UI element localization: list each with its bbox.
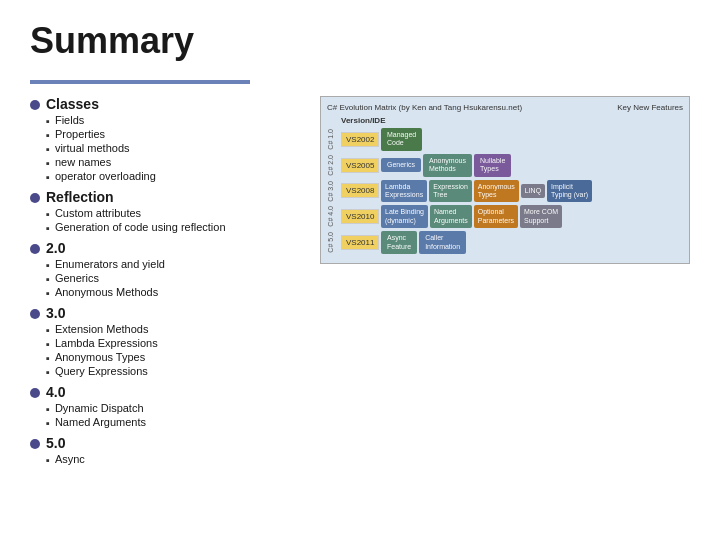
sub-label: Generation of code using reflection [55,221,226,233]
feature-box-nullable: NullableTypes [474,154,511,177]
main-bullet-v20: 2.0 [30,240,300,256]
chart-row-4: C# 4.0 VS2010 Late Binding(dynamic) Name… [327,205,683,228]
left-column: Classes ▪ Fields ▪ Properties ▪ virtual … [30,96,300,472]
feature-box-async: AsyncFeature [381,231,417,254]
feature-box-linq: LINQ [521,184,545,198]
section-v20: 2.0 ▪ Enumerators and yield ▪ Generics ▪… [30,240,300,299]
ver-label-5: C# 5.0 [327,232,339,253]
feature-box-generics: Generics [381,158,421,172]
accent-bar [30,80,250,84]
bullet-dot-v50 [30,439,40,449]
chart-title: C# Evolution Matrix (by Ken and Tang Hsu… [327,103,522,112]
classes-label: Classes [46,96,99,112]
custom-attributes-label: Custom attributes [55,207,141,219]
sub-label: new names [55,156,111,168]
chart-features-header [381,116,683,125]
chart-row-2: C# 2.0 VS2005 Generics AnonymousMethods … [327,154,683,177]
sub-label: Enumerators and yield [55,258,165,270]
ide-box-2: VS2005 [341,158,379,173]
feature-box-anon-types: AnonymousTypes [474,180,519,203]
list-item: ▪ Lambda Expressions [46,337,300,350]
feature-box-late-binding: Late Binding(dynamic) [381,205,428,228]
ver-label-4: C# 4.0 [327,206,339,227]
section-v50: 5.0 ▪ Async [30,435,300,466]
list-item: ▪ Enumerators and yield [46,258,300,271]
list-item: ▪ Named Arguments [46,416,300,429]
feature-box-expr-tree: ExpressionTree [429,180,472,203]
main-bullet-v40: 4.0 [30,384,300,400]
sub-label: Lambda Expressions [55,337,158,349]
reflection-subitems: ▪ Custom attributes ▪ Generation of code… [46,207,300,234]
sub-label: Anonymous Methods [55,286,158,298]
slide: Summary Classes ▪ Fields ▪ Properties [0,0,720,540]
bullet-dot-reflection [30,193,40,203]
sub-label: Fields [55,114,84,126]
section-v30: 3.0 ▪ Extension Methods ▪ Lambda Express… [30,305,300,378]
extension-methods-label: Extension Methods [55,323,149,335]
v50-subitems: ▪ Async [46,453,300,466]
async-label: Async [55,453,85,465]
evolution-chart: C# Evolution Matrix (by Ken and Tang Hsu… [320,96,690,264]
feature-box-com-support: More COMSupport [520,205,562,228]
list-item: ▪ operator overloading [46,170,300,183]
list-item: ▪ Anonymous Types [46,351,300,364]
right-column: C# Evolution Matrix (by Ken and Tang Hsu… [320,96,690,472]
feature-box-named-args: NamedArguments [430,205,472,228]
list-item: ▪ Generation of code using reflection [46,221,300,234]
reflection-label: Reflection [46,189,114,205]
bullet-dot-classes [30,100,40,110]
slide-title: Summary [30,20,690,62]
list-item: ▪ Properties [46,128,300,141]
v30-label: 3.0 [46,305,65,321]
feature-box-anon-methods: AnonymousMethods [423,154,472,177]
v20-subitems: ▪ Enumerators and yield ▪ Generics ▪ Ano… [46,258,300,299]
v40-subitems: ▪ Dynamic Dispatch ▪ Named Arguments [46,402,300,429]
ide-box-3: VS2008 [341,183,379,198]
v50-label: 5.0 [46,435,65,451]
list-item: ▪ Custom attributes [46,207,300,220]
bullet-dot-v30 [30,309,40,319]
main-bullet-reflection: Reflection [30,189,300,205]
classes-subitems: ▪ Fields ▪ Properties ▪ virtual methods … [46,114,300,183]
main-bullet-classes: Classes [30,96,300,112]
chart-row-3: C# 3.0 VS2008 LambdaExpressions Expressi… [327,180,683,203]
sub-label: Named Arguments [55,416,146,428]
sub-label: virtual methods [55,142,130,154]
main-bullet-v50: 5.0 [30,435,300,451]
list-item: ▪ Extension Methods [46,323,300,336]
feature-box-managed: ManagedCode [381,128,422,151]
list-item: ▪ new names [46,156,300,169]
sub-label: Properties [55,128,105,140]
list-item: ▪ Fields [46,114,300,127]
chart-col-features: Key New Features [617,103,683,112]
list-item: ▪ Query Expressions [46,365,300,378]
section-v40: 4.0 ▪ Dynamic Dispatch ▪ Named Arguments [30,384,300,429]
list-item: ▪ Dynamic Dispatch [46,402,300,415]
list-item: ▪ Async [46,453,300,466]
list-item: ▪ virtual methods [46,142,300,155]
v20-label: 2.0 [46,240,65,256]
ide-box-4: VS2010 [341,209,379,224]
list-item: ▪ Generics [46,272,300,285]
ide-box-1: VS2002 [341,132,379,147]
bullet-dot-v40 [30,388,40,398]
ver-label-1: C# 1.0 [327,129,339,150]
feature-box-optional-params: OptionalParameters [474,205,518,228]
main-bullet-v30: 3.0 [30,305,300,321]
list-item: ▪ Anonymous Methods [46,286,300,299]
ver-label-3: C# 3.0 [327,181,339,202]
feature-box-caller-info: CallerInformation [419,231,466,254]
content-area: Classes ▪ Fields ▪ Properties ▪ virtual … [30,96,690,472]
ide-box-5: VS2011 [341,235,379,250]
v30-subitems: ▪ Extension Methods ▪ Lambda Expressions… [46,323,300,378]
bullet-dot-v20 [30,244,40,254]
sub-label: Generics [55,272,99,284]
feature-box-lambda: LambdaExpressions [381,180,427,203]
chart-row-5: C# 5.0 VS2011 AsyncFeature CallerInforma… [327,231,683,254]
section-reflection: Reflection ▪ Custom attributes ▪ Generat… [30,189,300,234]
section-classes: Classes ▪ Fields ▪ Properties ▪ virtual … [30,96,300,183]
chart-header: Version/IDE [341,116,683,125]
chart-row-1: C# 1.0 VS2002 ManagedCode [327,128,683,151]
chart-version-header: Version/IDE [341,116,379,125]
dynamic-dispatch-label: Dynamic Dispatch [55,402,144,414]
